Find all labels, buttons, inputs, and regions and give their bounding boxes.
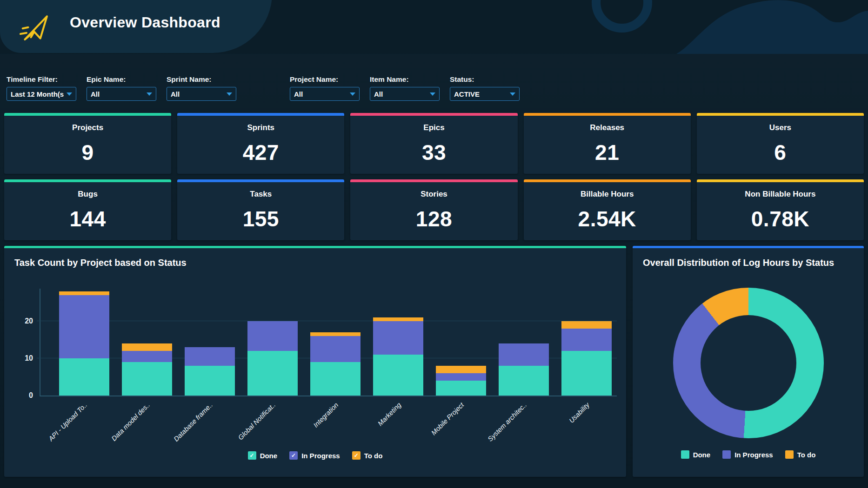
filter-timeline-select[interactable]: Last 12 Month(s) xyxy=(7,87,76,101)
kpi-card-billable-hours[interactable]: Billable Hours 2.54K xyxy=(524,179,691,240)
bar-segment-in-progress[interactable] xyxy=(561,329,612,351)
filter-item: Item Name: All xyxy=(370,75,440,101)
bar-segment-in-progress[interactable] xyxy=(122,351,172,362)
x-axis-label: System architec.. xyxy=(486,401,528,443)
bar-segment-in-progress[interactable] xyxy=(436,373,486,381)
kpi-card-sprints[interactable]: Sprints 427 xyxy=(177,113,344,174)
kpi-card-bugs[interactable]: Bugs 144 xyxy=(4,179,171,240)
kpi-card-releases[interactable]: Releases 21 xyxy=(524,113,691,174)
bar-segment-to-do[interactable] xyxy=(59,291,109,295)
kpi-card-non-billable-hours[interactable]: Non Billable Hours 0.78K xyxy=(697,179,864,240)
bar-segment-to-do[interactable] xyxy=(436,366,486,373)
bar-segment-in-progress[interactable] xyxy=(310,336,361,362)
chevron-down-icon xyxy=(430,92,435,96)
chart-panels: Task Count by Project based on Status 01… xyxy=(4,246,864,477)
donut-chart-title: Overall Distribution of Log Hours by Sta… xyxy=(633,248,864,268)
kpi-card-projects[interactable]: Projects 9 xyxy=(4,113,171,174)
legend-checkbox-icon: ✓ xyxy=(352,451,361,460)
bar-segment-done[interactable] xyxy=(499,366,549,396)
legend-item-in-progress[interactable]: In Progress xyxy=(722,450,773,459)
legend-label: To do xyxy=(797,451,816,459)
bar-segment-in-progress[interactable] xyxy=(185,347,235,366)
filter-sprint: Sprint Name: All xyxy=(167,75,236,101)
bar-segment-done[interactable] xyxy=(247,351,298,396)
legend-swatch xyxy=(722,450,731,459)
legend-item-to-do[interactable]: ✓To do xyxy=(352,451,383,460)
legend-label: Done xyxy=(260,452,278,460)
chevron-down-icon xyxy=(67,92,72,96)
filter-timeline: Timeline Filter: Last 12 Month(s) xyxy=(7,75,76,101)
filter-sprint-label: Sprint Name: xyxy=(167,75,236,84)
legend-swatch xyxy=(785,450,794,459)
filter-epic: Epic Name: All xyxy=(87,75,156,101)
x-axis-label: Global Notificat.. xyxy=(237,401,277,442)
kpi-card-stories[interactable]: Stories 128 xyxy=(350,179,517,240)
bar-segment-done[interactable] xyxy=(122,362,172,396)
header-ring-decoration xyxy=(592,0,652,33)
bar-segment-done[interactable] xyxy=(373,355,423,396)
bar-chart-area: 01020 xyxy=(40,289,617,396)
y-axis-tick-label: 20 xyxy=(13,317,33,325)
bar-chart-panel: Task Count by Project based on Status 01… xyxy=(4,246,626,477)
kpi-card-users[interactable]: Users 6 xyxy=(697,113,864,174)
legend-label: To do xyxy=(364,452,383,460)
filter-bar: Timeline Filter: Last 12 Month(s) Epic N… xyxy=(0,54,868,101)
legend-item-to-do[interactable]: To do xyxy=(785,450,816,459)
bar-segment-done[interactable] xyxy=(310,362,361,396)
bar-segment-in-progress[interactable] xyxy=(59,295,109,358)
bar-marketing[interactable] xyxy=(373,317,423,396)
bar-segment-in-progress[interactable] xyxy=(247,321,298,351)
filter-item-select[interactable]: All xyxy=(370,87,440,101)
kpi-grid: Projects 9 Sprints 427 Epics 33 Releases… xyxy=(4,113,864,240)
x-axis-label: Marketing xyxy=(376,401,402,427)
filter-status-select[interactable]: ACTIVE xyxy=(450,87,520,101)
bar-integration[interactable] xyxy=(310,332,361,396)
app-logo-icon xyxy=(18,10,53,46)
bar-chart-plot: 01020 xyxy=(40,289,617,396)
filter-timeline-label: Timeline Filter: xyxy=(7,75,76,84)
bar-segment-done[interactable] xyxy=(185,366,235,396)
filter-project-select[interactable]: All xyxy=(290,87,360,101)
bar-data-model-des-[interactable] xyxy=(122,343,172,396)
bar-system-architec-[interactable] xyxy=(499,343,549,396)
x-axis-label: API - Upload To.. xyxy=(47,401,88,442)
bar-segment-to-do[interactable] xyxy=(310,332,361,336)
donut-chart[interactable] xyxy=(673,288,824,438)
bar-database-frame-[interactable] xyxy=(185,347,235,396)
filter-epic-select[interactable]: All xyxy=(87,87,156,101)
legend-swatch xyxy=(681,450,689,459)
y-axis-tick-label: 10 xyxy=(13,354,33,363)
kpi-card-epics[interactable]: Epics 33 xyxy=(350,113,517,174)
chevron-down-icon xyxy=(510,92,515,96)
bar-mobile-project[interactable] xyxy=(436,366,486,396)
filter-item-label: Item Name: xyxy=(370,75,440,84)
x-axis-labels: API - Upload To..Data model des..Databas… xyxy=(40,396,626,450)
x-axis-label: Database frame.. xyxy=(172,401,214,443)
filter-epic-label: Epic Name: xyxy=(87,75,156,84)
bar-segment-to-do[interactable] xyxy=(561,321,612,329)
bar-chart-legend: ✓Done✓In Progress✓To do xyxy=(4,451,626,460)
bar-segment-to-do[interactable] xyxy=(373,317,423,321)
donut-chart-panel: Overall Distribution of Log Hours by Sta… xyxy=(633,246,864,477)
header-blob-decoration xyxy=(668,0,868,54)
filter-status: Status: ACTIVE xyxy=(450,75,520,101)
kpi-card-tasks[interactable]: Tasks 155 xyxy=(177,179,344,240)
bar-global-notificat-[interactable] xyxy=(247,321,298,396)
x-axis-label: Usability xyxy=(568,401,591,424)
gridline xyxy=(37,321,617,321)
bar-segment-in-progress[interactable] xyxy=(373,321,423,355)
filter-sprint-select[interactable]: All xyxy=(167,87,236,101)
bar-segment-done[interactable] xyxy=(436,381,486,396)
legend-item-done[interactable]: Done xyxy=(681,450,711,459)
bar-segment-in-progress[interactable] xyxy=(499,343,549,366)
bar-usability[interactable] xyxy=(561,321,612,396)
legend-item-in-progress[interactable]: ✓In Progress xyxy=(289,451,340,460)
overview-dashboard: Overview Dashboard Timeline Filter: Last… xyxy=(0,0,868,488)
x-axis-label: Data model des.. xyxy=(110,401,151,442)
bar-segment-to-do[interactable] xyxy=(122,343,172,351)
legend-item-done[interactable]: ✓Done xyxy=(248,451,278,460)
bar-segment-done[interactable] xyxy=(59,358,109,396)
bar-segment-done[interactable] xyxy=(561,351,612,396)
legend-checkbox-icon: ✓ xyxy=(248,451,256,460)
bar-api-upload-to-[interactable] xyxy=(59,291,109,396)
